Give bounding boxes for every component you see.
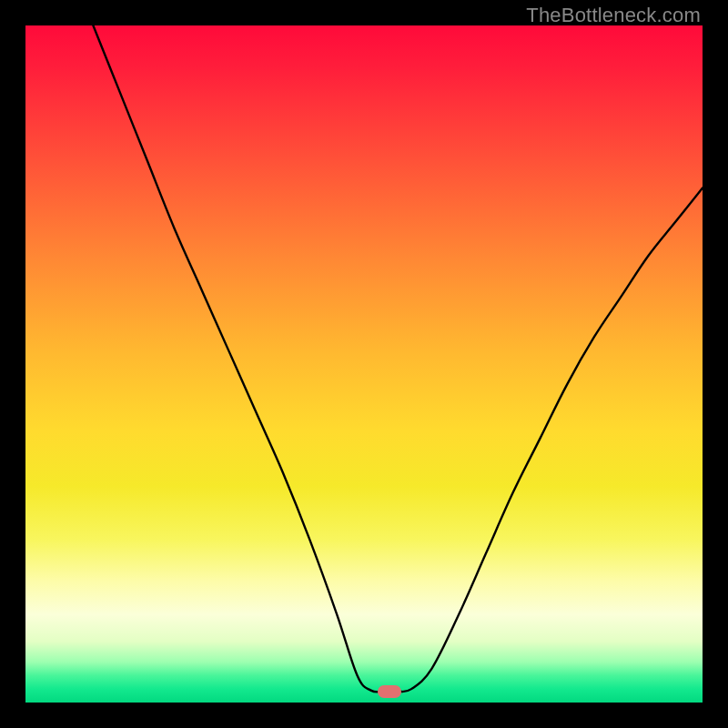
plot-area (25, 25, 703, 703)
watermark-text: TheBottleneck.com (526, 4, 701, 27)
bottleneck-curve (25, 25, 703, 703)
optimum-marker (378, 685, 401, 698)
chart-frame: TheBottleneck.com (0, 0, 728, 728)
